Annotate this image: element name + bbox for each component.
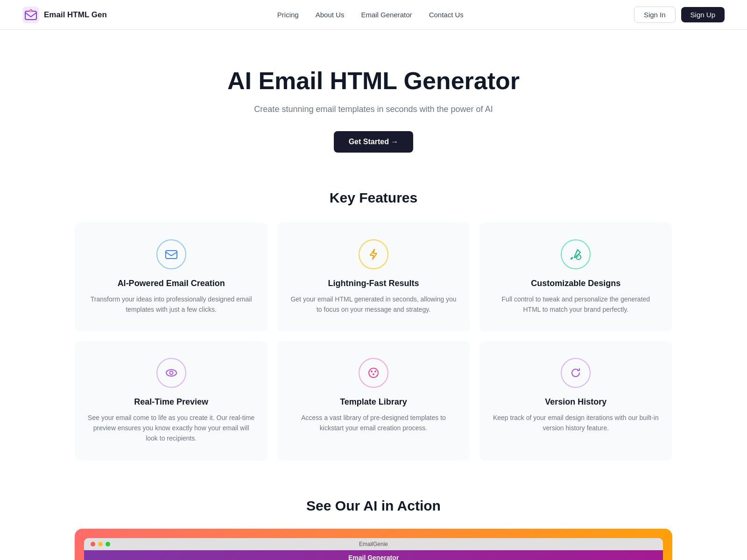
feature-desc-1: Get your email HTML generated in seconds…	[290, 294, 457, 315]
hero-title: AI Email HTML Generator	[11, 67, 736, 95]
svg-point-11	[374, 371, 376, 372]
feature-desc-5: Keep track of your email design iteratio…	[493, 413, 659, 434]
svg-point-9	[369, 368, 378, 378]
action-title: See Our AI in Action	[75, 498, 672, 514]
feature-card-fast-results: Lightning-Fast Results Get your email HT…	[277, 223, 470, 332]
svg-point-7	[166, 370, 176, 376]
window-dot-yellow	[98, 542, 103, 546]
feature-icon-custom-designs	[561, 239, 591, 269]
feature-desc-4: Access a vast library of pre-designed te…	[290, 413, 457, 434]
svg-point-10	[371, 371, 373, 372]
window-dot-green	[106, 542, 110, 546]
hero-section: AI Email HTML Generator Create stunning …	[0, 30, 747, 181]
feature-title-1: Lightning-Fast Results	[290, 279, 457, 288]
brush-icon	[569, 248, 582, 261]
features-grid: AI-Powered Email Creation Transform your…	[75, 223, 672, 461]
feature-card-custom-designs: Customizable Designs Full control to twe…	[479, 223, 672, 332]
logo-icon: AI	[22, 7, 39, 23]
features-title: Key Features	[75, 190, 672, 206]
brand-name: Email HTML Gen	[44, 10, 107, 20]
demo-window-inner: EmailGenie Email Generator Conversation …	[84, 538, 663, 560]
nav-link-contact[interactable]: Contact Us	[429, 11, 464, 19]
nav-links: Pricing About Us Email Generator Contact…	[277, 11, 464, 19]
envelope-icon	[165, 248, 178, 261]
demo-window: EmailGenie Email Generator Conversation …	[75, 529, 672, 560]
feature-desc-0: Transform your ideas into professionally…	[88, 294, 254, 315]
palette-icon	[367, 366, 380, 379]
feature-title-5: Version History	[493, 397, 659, 407]
brand-logo[interactable]: AI Email HTML Gen	[22, 7, 107, 23]
feature-title-2: Customizable Designs	[493, 279, 659, 288]
features-section: Key Features AI-Powered Email Creation T…	[0, 181, 747, 479]
svg-marker-5	[370, 249, 377, 259]
demo-app-label: EmailGenie	[359, 541, 388, 547]
demo-titlebar: EmailGenie	[84, 538, 663, 550]
eye-icon	[165, 366, 178, 379]
feature-icon-version-history	[561, 358, 591, 388]
nav-link-about[interactable]: About Us	[316, 11, 345, 19]
signin-button[interactable]: Sign In	[634, 7, 676, 23]
hero-subtitle: Create stunning email templates in secon…	[11, 105, 736, 114]
svg-point-12	[373, 373, 374, 375]
feature-icon-ai-creation	[156, 239, 186, 269]
nav-link-pricing[interactable]: Pricing	[277, 11, 299, 19]
get-started-button[interactable]: Get Started →	[334, 131, 414, 153]
feature-card-realtime-preview: Real-Time Preview See your email come to…	[75, 341, 268, 461]
feature-title-4: Template Library	[290, 397, 457, 407]
nav-actions: Sign In Sign Up	[634, 7, 725, 23]
feature-title-0: AI-Powered Email Creation	[88, 279, 254, 288]
feature-card-template-library: Template Library Access a vast library o…	[277, 341, 470, 461]
svg-text:AI: AI	[29, 10, 32, 13]
signup-button[interactable]: Sign Up	[681, 7, 725, 22]
demo-header: Email Generator	[84, 550, 663, 560]
feature-card-version-history: Version History Keep track of your email…	[479, 341, 672, 461]
feature-desc-2: Full control to tweak and personalize th…	[493, 294, 659, 315]
refresh-icon	[569, 366, 582, 379]
feature-icon-realtime-preview	[156, 358, 186, 388]
navbar: AI Email HTML Gen Pricing About Us Email…	[0, 0, 747, 30]
feature-card-ai-creation: AI-Powered Email Creation Transform your…	[75, 223, 268, 332]
svg-point-8	[169, 371, 173, 374]
window-dot-red	[91, 542, 95, 546]
bolt-icon	[367, 248, 380, 261]
demo-content: Email Generator Conversation Code Previe…	[84, 550, 663, 560]
nav-link-generator[interactable]: Email Generator	[361, 11, 412, 19]
svg-rect-4	[166, 251, 177, 259]
action-section: See Our AI in Action EmailGenie Email Ge…	[0, 479, 747, 560]
feature-title-3: Real-Time Preview	[88, 397, 254, 407]
feature-icon-fast-results	[359, 239, 388, 269]
feature-desc-3: See your email come to life as you creat…	[88, 413, 254, 444]
feature-icon-template-library	[359, 358, 388, 388]
